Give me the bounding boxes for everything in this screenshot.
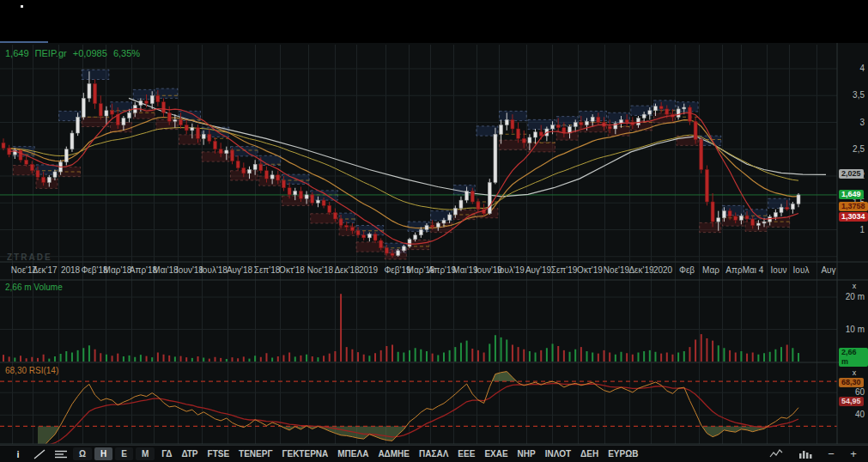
price-tick-label: 1 (837, 225, 868, 234)
month-label: Οκτ'19 (577, 265, 603, 275)
ticker-button-ΔΕΗ[interactable]: ΔΕΗ (576, 447, 603, 460)
ticker-button-ΕΕΕ[interactable]: ΕΕΕ (453, 447, 479, 460)
trading-app-window: 1,649 ΠΕΙΡ.gr +0,0985 6,35% ZTRADE 2,66 … (0, 0, 868, 462)
price-tick-label: 2,5 (837, 144, 868, 154)
rsi-name-text: RSI(14) (29, 366, 58, 375)
ma-mid-badge: 1,3758 (839, 202, 868, 211)
month-label: 2018 (61, 265, 80, 275)
month-label: Ιουλ'19 (497, 265, 525, 275)
timeframe-button-Ε[interactable]: Ε (115, 447, 133, 460)
ticker-button-ΑΔΜΗΕ[interactable]: ΑΔΜΗΕ (373, 447, 414, 460)
zoom-in-button[interactable]: + (847, 447, 859, 460)
volume-pane-close-button[interactable]: x (848, 281, 860, 291)
bar-chart-style-icon[interactable] (796, 447, 815, 460)
price-tick-label: 3 (837, 118, 868, 127)
volume-tick-label: 10 m (837, 325, 868, 334)
price-tick-label: 4 (837, 64, 868, 73)
month-label: Ιουλ'18 (200, 265, 228, 275)
month-label: Ιουν (771, 265, 787, 275)
chart-canvas[interactable] (0, 0, 868, 462)
month-label: 2019 (359, 265, 378, 275)
ticker-button-ΓΔ[interactable]: ΓΔ (157, 447, 176, 460)
last-price-badge: 1,649 (839, 190, 864, 199)
ticker-button-ΝΗΡ[interactable]: ΝΗΡ (513, 447, 540, 460)
month-label: Αυγ'18 (227, 265, 252, 275)
ma-fast-badge: 1,3034 (839, 212, 868, 222)
month-label: Φεβ (679, 265, 695, 275)
timeframe-button-Η[interactable]: Η (94, 447, 112, 460)
ticker-button-ΙΝΛΟΤ[interactable]: ΙΝΛΟΤ (541, 447, 575, 460)
volume-value-badge: 2,66 m (839, 348, 868, 367)
volume-value-text: 2,66 m (5, 283, 32, 292)
month-label: Σεπ'19 (551, 265, 578, 275)
zoom-out-button[interactable]: − (825, 447, 837, 460)
month-label: Μαι 4 (743, 265, 764, 275)
line-chart-style-icon[interactable] (767, 447, 786, 460)
ticker-button-ΜΠΕΛΑ[interactable]: ΜΠΕΛΑ (333, 447, 373, 460)
month-label: Απρ'19 (428, 265, 456, 275)
platform-watermark: ZTRADE (7, 252, 52, 262)
month-label: Δεκ'19 (628, 265, 653, 275)
ticker-button-ΕΧΑΕ[interactable]: ΕΧΑΕ (480, 447, 512, 460)
bottom-toolbar: i ΩΗΕΜ ΓΔΔΤΡFTSEΤΕΝΕΡΓΓΕΚΤΕΡΝΑΜΠΕΛΑΑΔΜΗΕ… (0, 445, 868, 462)
rsi-value-text: 68,30 (5, 366, 27, 375)
volume-indicator-label: 2,66 m Volume (5, 283, 63, 292)
change-pct-text: 6,35% (113, 48, 140, 58)
month-label: Δεκ'17 (32, 265, 57, 275)
rsi-value-badge: 68,30 (839, 378, 864, 387)
timeframe-button-Μ[interactable]: Μ (136, 447, 155, 460)
month-label: Οκτ'18 (279, 265, 305, 275)
indicators-list-icon[interactable] (52, 447, 70, 460)
month-label: Μαι'18 (153, 265, 178, 275)
month-label: Ιουλ (793, 265, 810, 275)
volume-tick-label: 20 m (837, 292, 868, 301)
volume-name-text: Volume (33, 283, 62, 292)
rsi-tick-label: 60 (837, 387, 868, 397)
month-label: Νοε'19 (604, 265, 629, 275)
ticker-button-ΔΤΡ[interactable]: ΔΤΡ (177, 447, 202, 460)
rsi-pane-close-button[interactable]: x (848, 368, 860, 378)
ticker-button-ΤΕΝΕΡΓ[interactable]: ΤΕΝΕΡΓ (234, 447, 276, 460)
ticker-buttons: ΓΔΔΤΡFTSEΤΕΝΕΡΓΓΕΚΤΕΡΝΑΜΠΕΛΑΑΔΜΗΕΠΑΣΑΛΕΕ… (157, 447, 642, 460)
ticker-button-ΠΑΣΑΛ[interactable]: ΠΑΣΑΛ (415, 447, 452, 460)
info-icon[interactable]: i (9, 447, 27, 460)
month-label: Μαρ (702, 265, 719, 275)
ticker-button-ΓΕΚΤΕΡΝΑ[interactable]: ΓΕΚΤΕΡΝΑ (277, 447, 332, 460)
month-label: Απρ (725, 265, 742, 275)
last-price-text: 1,649 (5, 48, 29, 58)
month-label: 2020 (653, 265, 672, 275)
month-label: Μαρ'18 (104, 265, 132, 275)
ticker-button-ΕΥΡΩΒ[interactable]: ΕΥΡΩΒ (604, 447, 642, 460)
month-label: Νοε'18 (307, 265, 333, 275)
rsi-indicator-label: 68,30 RSI(14) (5, 366, 58, 375)
trendline-tool-icon[interactable] (30, 447, 49, 460)
change-text: +0,0985 (73, 48, 107, 58)
symbol-info-line: 1,649 ΠΕΙΡ.gr +0,0985 6,35% (5, 48, 143, 58)
ma-long-badge: 2,025 (839, 169, 864, 179)
timeframe-buttons: ΩΗΕΜ (73, 447, 155, 460)
month-label: Αυγ'19 (525, 265, 551, 275)
chart-style-controls: − + (767, 447, 868, 460)
rsi-signal-badge: 54,95 (839, 397, 864, 406)
symbol-text: ΠΕΙΡ.gr (35, 48, 67, 58)
month-label: Σεπ'18 (254, 265, 281, 275)
ticker-button-FTSE[interactable]: FTSE (203, 447, 234, 460)
rsi-tick-label: 40 (837, 410, 868, 419)
price-tick-label: 3,5 (837, 90, 868, 100)
timeframe-button-Ω[interactable]: Ω (73, 447, 92, 460)
month-label: Δεκ'18 (334, 265, 359, 275)
month-label: Αυγ (821, 265, 835, 275)
